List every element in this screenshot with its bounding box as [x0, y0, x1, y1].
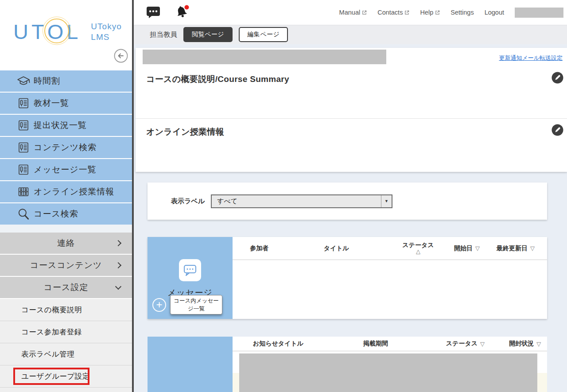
sidebar-group-course-settings[interactable]: コース設定: [0, 277, 132, 298]
sidebar-item-submissions[interactable]: 提出状況一覧: [0, 115, 132, 136]
chat-bubble-icon: [146, 6, 160, 19]
external-link-icon: [404, 10, 409, 15]
content-area: 更新通知メール転送設定 コースの概要説明/Course Summary オンライ…: [134, 44, 567, 392]
pencil-icon: [551, 72, 563, 84]
sidebar-item-label: オンライン授業情報: [34, 186, 114, 198]
group-label: コースコンテンツ: [30, 260, 102, 271]
nav-label: Manual: [339, 9, 361, 16]
edit-page-tab[interactable]: 編集ページ: [239, 27, 288, 42]
section-title-course-summary: コースの概要説明/Course Summary: [146, 74, 289, 85]
sidebar-submenu: コースの概要説明 コース参加者登録 表示ラベル管理 ユーザグループ設定: [0, 299, 132, 392]
sidebar-subitem-display-label[interactable]: 表示ラベル管理: [0, 343, 132, 365]
add-message-button[interactable]: +: [152, 298, 166, 312]
logo-subtitle: UTokyo LMS: [91, 21, 121, 43]
column-label: 開始日: [454, 245, 473, 252]
edit-course-summary-button[interactable]: [551, 72, 563, 84]
section-title-online-class-info: オンライン授業情報: [146, 126, 224, 138]
column-header-announcement-title[interactable]: お知らせタイトル: [233, 340, 324, 348]
column-header-status[interactable]: ステータス △: [387, 241, 450, 255]
sidebar-item-label: 時間割: [34, 75, 60, 87]
sidebar-item-online-class[interactable]: オンライン授業情報: [0, 181, 132, 202]
sidebar-group-menu: 連絡 コースコンテンツ コース設定: [0, 233, 132, 299]
announcement-panel[interactable]: [148, 337, 233, 392]
dropdown-arrow-icon: ▼: [381, 195, 392, 207]
subitem-label: コースの概要説明: [21, 305, 82, 315]
edit-online-class-info-button[interactable]: [551, 124, 563, 136]
course-title-redacted: [143, 50, 386, 64]
group-label: 連絡: [57, 237, 75, 249]
message-panel[interactable]: メッセージ + コース内メッセージ一覧: [148, 237, 233, 319]
chevron-right-icon: [115, 240, 121, 246]
sidebar-main-menu: 時間割 教材一覧: [0, 70, 132, 225]
announcement-content-redacted: [239, 353, 537, 392]
sidebar-subitem-course-summary[interactable]: コースの概要説明: [0, 299, 132, 321]
column-header-posting-period[interactable]: 掲載期間: [324, 340, 427, 348]
column-label: ステータス: [446, 340, 478, 348]
course-summary-card: 更新通知メール転送設定 コースの概要説明/Course Summary オンライ…: [136, 48, 567, 172]
display-label-filter-card: 表示ラベル すべて ▼: [148, 182, 547, 220]
column-label: タイトル: [324, 245, 349, 252]
column-header-participants[interactable]: 参加者: [233, 245, 286, 252]
speech-bubble-icon: [183, 263, 197, 277]
message-table-header: 参加者 タイトル ステータス △ 開始日 ▽: [233, 237, 547, 260]
user-name-redacted: [515, 8, 563, 18]
page-tab-bar: 担当教員 閲覧ページ 編集ページ: [134, 25, 567, 44]
main-area: Manual Contacts He: [134, 0, 567, 392]
clipboard-icon: [17, 119, 30, 132]
sidebar-group-course-contents[interactable]: コースコンテンツ: [0, 255, 132, 276]
sort-desc-icon: ▽: [480, 341, 485, 347]
sidebar-submenu-tail: [0, 388, 132, 392]
view-page-tab[interactable]: 閲覧ページ: [183, 27, 233, 42]
sort-desc-icon: ▽: [530, 245, 535, 252]
subitem-label: 表示ラベル管理: [21, 349, 74, 359]
column-label: お知らせタイトル: [253, 340, 303, 348]
logo-area: UTOL UTokyo LMS: [0, 0, 132, 70]
top-header: Manual Contacts He: [134, 0, 567, 25]
display-label-select[interactable]: すべて ▼: [211, 194, 392, 208]
column-header-open-status[interactable]: 開封状況 ▽: [503, 340, 547, 348]
nav-settings[interactable]: Settings: [450, 9, 474, 16]
section-divider: [136, 118, 567, 119]
nav-help[interactable]: Help: [420, 9, 440, 16]
sidebar-item-content-search[interactable]: コンテンツ検索: [0, 137, 132, 158]
subitem-label: コース参加者登録: [21, 327, 82, 337]
column-label: 開封状況: [509, 340, 534, 348]
sidebar-item-course-search[interactable]: コース検索: [0, 203, 132, 225]
sidebar-gap: [0, 225, 132, 233]
select-value: すべて: [217, 197, 237, 206]
chevron-right-icon: [115, 262, 121, 268]
external-link-icon: [435, 10, 440, 15]
announcement-table: お知らせタイトル 掲載期間 ステータス ▽ 開封状況 ▽: [233, 337, 547, 392]
external-link-icon: [362, 10, 367, 15]
column-label: 参加者: [250, 245, 268, 252]
nav-logout[interactable]: Logout: [485, 9, 504, 16]
nav-manual[interactable]: Manual: [339, 9, 367, 16]
sidebar-group-contact[interactable]: 連絡: [0, 233, 132, 254]
logo-o-rings: O: [47, 21, 67, 42]
clipboard-icon: [17, 163, 30, 176]
update-notification-mail-link[interactable]: 更新通知メール転送設定: [499, 54, 563, 62]
column-header-start-date[interactable]: 開始日 ▽: [450, 245, 484, 252]
chat-button[interactable]: [146, 6, 160, 19]
nav-label: Logout: [485, 9, 504, 16]
sort-desc-icon: ▽: [536, 341, 541, 347]
sidebar-item-label: コンテンツ検索: [34, 142, 97, 153]
chevron-left-circle-icon: [114, 49, 128, 63]
notifications-button[interactable]: [175, 5, 190, 20]
column-header-title[interactable]: タイトル: [286, 245, 387, 252]
column-header-last-updated[interactable]: 最終更新日 ▽: [484, 245, 547, 252]
sidebar-item-label: コース検索: [34, 208, 78, 220]
sort-asc-icon: △: [416, 248, 420, 255]
sidebar-subitem-participant-registration[interactable]: コース参加者登録: [0, 321, 132, 343]
sidebar-item-messages[interactable]: メッセージ一覧: [0, 159, 132, 180]
clipboard-icon: [17, 141, 30, 154]
nav-label: Settings: [450, 9, 474, 16]
message-bubble-badge: [179, 259, 201, 281]
sidebar-item-materials[interactable]: 教材一覧: [0, 93, 132, 114]
sidebar: UTOL UTokyo LMS: [0, 0, 132, 392]
sidebar-item-timetable[interactable]: 時間割: [0, 70, 132, 92]
sidebar-subitem-user-group[interactable]: ユーザグループ設定: [0, 365, 132, 388]
sidebar-collapse-button[interactable]: [114, 49, 128, 63]
column-header-status[interactable]: ステータス ▽: [427, 340, 503, 348]
nav-contacts[interactable]: Contacts: [377, 9, 409, 16]
